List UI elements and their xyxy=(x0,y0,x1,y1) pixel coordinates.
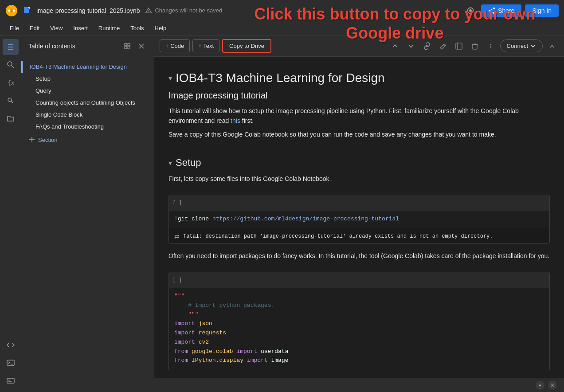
bracket-indicator-2: [ ] xyxy=(172,277,182,283)
code-cell-2: [ ] """ # Import python packages. """ im… xyxy=(168,272,550,371)
setup-p2: Often you need to import packages to do … xyxy=(168,251,550,261)
delete-button[interactable] xyxy=(468,39,482,53)
setup-section-chevron[interactable]: ▾ xyxy=(168,159,172,167)
code-cell-2-top: [ ] xyxy=(169,272,549,288)
svg-point-40 xyxy=(490,43,491,44)
notebook-inner: ▾ IOB4-T3 Machine Learning for Design Im… xyxy=(154,57,564,378)
svg-rect-36 xyxy=(473,44,477,49)
edit-icon xyxy=(439,42,447,50)
output-text-1: fatal: destination path 'image-processin… xyxy=(183,233,493,239)
gear-icon xyxy=(466,6,475,15)
move-up-button[interactable] xyxy=(388,39,402,53)
sidebar-variables-button[interactable]: {x} xyxy=(3,74,19,90)
main-heading: IOB4-T3 Machine Learning for Design xyxy=(176,71,385,85)
sidebar-toc-button[interactable] xyxy=(3,39,19,55)
svg-line-33 xyxy=(443,45,445,46)
console-icon xyxy=(6,376,15,385)
text-cell-intro: Image processing tutorial This tutorial … xyxy=(168,89,550,146)
menu-edit[interactable]: Edit xyxy=(25,23,44,33)
sidebar-icons: {x} xyxy=(0,35,21,392)
add-text-button[interactable]: + Text xyxy=(192,39,219,52)
this-link[interactable]: this xyxy=(231,117,240,124)
toc-expand-button[interactable] xyxy=(122,41,133,51)
svg-rect-20 xyxy=(7,360,14,365)
signin-button[interactable]: Sign In xyxy=(525,4,559,17)
copy-to-drive-button[interactable]: Copy to Drive xyxy=(222,39,271,53)
main-section-chevron[interactable]: ▾ xyxy=(168,74,172,82)
collapse-sidebar-button[interactable] xyxy=(545,39,559,53)
toc-item-single-code[interactable]: Single Code Block xyxy=(21,109,154,121)
sidebar-console-icon[interactable] xyxy=(3,372,19,388)
svg-rect-26 xyxy=(128,43,130,46)
toc-item-setup[interactable]: Setup xyxy=(21,73,154,85)
edit-button[interactable] xyxy=(436,39,450,53)
mirror-icon xyxy=(455,42,463,50)
code-content-2: """ # Import python packages. """ import… xyxy=(169,288,549,371)
toc-title: Table of contents xyxy=(28,43,118,50)
toolbar-right: Connect xyxy=(388,39,559,53)
plus-icon xyxy=(28,136,35,143)
menu-file[interactable]: File xyxy=(5,23,24,33)
sidebar-terminal-icon[interactable] xyxy=(3,355,19,371)
circle-icon-2[interactable]: ✕ xyxy=(548,381,557,390)
svg-point-41 xyxy=(490,45,491,46)
svg-line-9 xyxy=(490,9,493,10)
sidebar-secrets-button[interactable] xyxy=(3,92,19,108)
warning-icon: ! xyxy=(145,7,152,14)
toc-panel: Table of contents IOB4-T3 Machine Learni… xyxy=(21,35,154,392)
add-code-button[interactable]: + Code xyxy=(160,39,190,52)
link-button[interactable] xyxy=(420,39,434,53)
sidebar-files-button[interactable] xyxy=(3,110,19,126)
menu-runtime[interactable]: Runtime xyxy=(94,23,124,33)
svg-rect-22 xyxy=(7,378,14,383)
main-area: {x} xyxy=(0,35,564,392)
toc-item-query[interactable]: Query xyxy=(21,85,154,97)
arrow-up-icon xyxy=(391,42,399,50)
intro-p2: Save a copy of this Google Colab noteboo… xyxy=(168,129,550,139)
svg-point-17 xyxy=(8,98,12,102)
share-button[interactable]: Share xyxy=(481,4,521,17)
bracket-indicator-1: [ ] xyxy=(172,200,182,206)
toc-add-section[interactable]: Section xyxy=(21,133,154,147)
notebook-content[interactable]: ▾ IOB4-T3 Machine Learning for Design Im… xyxy=(154,57,564,378)
circle-icon-1[interactable]: ● xyxy=(536,381,544,390)
move-down-button[interactable] xyxy=(404,39,418,53)
key-icon xyxy=(6,96,15,105)
terminal-icon xyxy=(6,358,15,367)
setup-heading-section: ▾ Setup xyxy=(168,157,550,169)
top-bar: image-processing-tutorial_2025.ipynb ! C… xyxy=(0,0,564,21)
svg-line-15 xyxy=(12,66,14,68)
settings-button[interactable] xyxy=(463,4,478,18)
notebook-toolbar: + Code + Text Copy to Drive xyxy=(154,35,564,57)
more-button[interactable] xyxy=(484,39,497,53)
svg-line-10 xyxy=(490,11,493,12)
menu-insert[interactable]: Insert xyxy=(69,23,92,33)
menu-view[interactable]: View xyxy=(46,23,67,33)
trash-icon xyxy=(471,42,479,50)
sidebar-search-button[interactable] xyxy=(3,57,19,73)
close-icon xyxy=(138,43,145,50)
menu-tools[interactable]: Tools xyxy=(126,23,148,33)
sidebar-code-icon[interactable] xyxy=(3,337,19,353)
toc-item-faqs[interactable]: FAQs and Troubleshooting xyxy=(21,121,154,133)
save-warning: ! Changes will not be saved xyxy=(145,7,222,14)
arrow-down-icon xyxy=(407,42,415,50)
toc-header: Table of contents xyxy=(21,35,154,57)
mirror-button[interactable] xyxy=(452,39,466,53)
colab-logo xyxy=(5,4,18,17)
toc-item-main[interactable]: IOB4-T3 Machine Learning for Design xyxy=(21,61,154,73)
connect-button[interactable]: Connect xyxy=(500,39,543,52)
git-clone-link[interactable]: https://github.com/ml4design/image-proce… xyxy=(212,216,399,222)
output-arrow-icon: ⇄ xyxy=(174,233,180,240)
svg-point-8 xyxy=(489,10,490,12)
text-cell-setup: First, lets copy some files into this Go… xyxy=(168,172,550,191)
file-drive-icon xyxy=(23,7,31,15)
svg-rect-27 xyxy=(125,47,127,49)
svg-rect-34 xyxy=(456,43,462,49)
code-icon xyxy=(6,341,15,349)
menu-help[interactable]: Help xyxy=(150,23,171,33)
toc-close-button[interactable] xyxy=(136,41,147,51)
toc-item-counting[interactable]: Counting objects and Outlining Objects xyxy=(21,97,154,109)
svg-rect-25 xyxy=(125,43,127,46)
svg-line-19 xyxy=(12,102,13,102)
